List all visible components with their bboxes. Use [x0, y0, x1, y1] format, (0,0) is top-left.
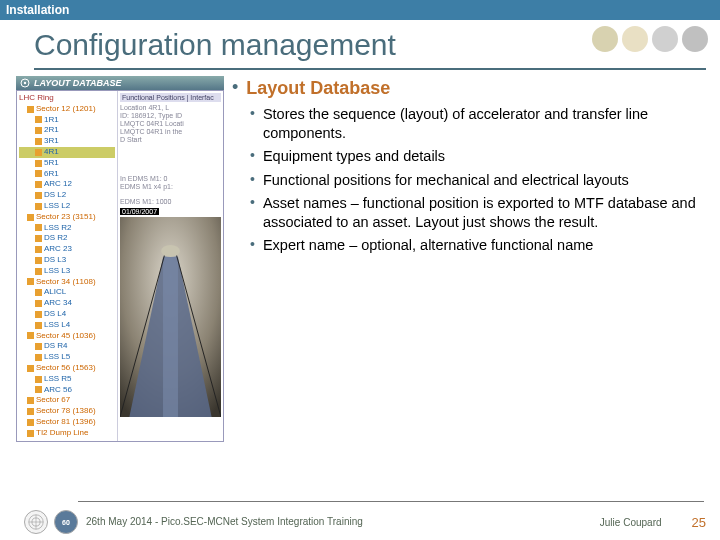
bullet-text: Functional positions for mechanical and …: [263, 171, 629, 190]
footer-logos: 60: [24, 510, 78, 534]
cube-icon: [35, 138, 42, 145]
detail-line: EDMS M1: 1000: [120, 198, 221, 205]
section-header-row: • Layout Database: [232, 78, 704, 99]
cube-icon: [35, 311, 42, 318]
bullet-icon: •: [250, 147, 255, 166]
cube-icon: [35, 116, 42, 123]
tree-item: LSS L3: [19, 266, 115, 277]
cube-icon: [27, 365, 34, 372]
tree-item: LSS L2: [19, 201, 115, 212]
ldb-title: LAYOUT DATABASE: [34, 78, 122, 88]
tree-label: LSS R5: [44, 374, 72, 385]
decorative-dots: [592, 26, 708, 52]
bullet-text: Expert name – optional, alternative func…: [263, 236, 593, 255]
tree-label: Sector 23 (3151): [36, 212, 96, 223]
detail-panel: Functional Positions | Interfac Location…: [117, 91, 223, 441]
cube-icon: [35, 224, 42, 231]
tree-item: ALICL: [19, 287, 115, 298]
bullet-text: Stores the sequence (layout) of accelera…: [263, 105, 704, 142]
tree-label: 4R1: [44, 147, 59, 158]
cube-icon: [35, 268, 42, 275]
ldb-top: LHC Ring Sector 12 (1201) 1R1 2R1 3R1 4R…: [17, 91, 223, 441]
cube-icon: [27, 278, 34, 285]
tree-label: 2R1: [44, 125, 59, 136]
detail-date: 01/09/2007: [120, 208, 159, 215]
tree-item: 6R1: [19, 169, 115, 180]
tree-item: 1R1: [19, 115, 115, 126]
tree-label: ARC 23: [44, 244, 72, 255]
tree-label: DS R4: [44, 341, 68, 352]
tree-label: Sector 12 (1201): [36, 104, 96, 115]
tree-item: DS R4: [19, 341, 115, 352]
bullet-item: •Asset names – functional position is ex…: [250, 194, 704, 231]
cube-icon: [35, 235, 42, 242]
bullet-icon: •: [232, 78, 238, 99]
bullet-icon: •: [250, 171, 255, 190]
tree-label: ARC 56: [44, 385, 72, 396]
tree-sector: Sector 12 (1201): [19, 104, 115, 115]
footer-author: Julie Coupard: [600, 517, 662, 528]
tree-label: Sector 67: [36, 395, 70, 406]
tree-root: LHC Ring: [19, 93, 115, 104]
tree-item: DS R2: [19, 233, 115, 244]
tree-sector: Sector 23 (3151): [19, 212, 115, 223]
detail-tabs: Functional Positions | Interfac: [120, 93, 221, 102]
topbar: Installation: [0, 0, 720, 20]
tree-label: 3R1: [44, 136, 59, 147]
tree-label: LSS L4: [44, 320, 70, 331]
cube-icon: [35, 289, 42, 296]
dot-icon: [682, 26, 708, 52]
cube-icon: [35, 160, 42, 167]
cube-icon: [35, 376, 42, 383]
tree-sector: TI2 Dump Line: [19, 428, 115, 439]
detail-line: LMQTC 04R1 Locati: [120, 120, 221, 127]
cube-icon: [35, 354, 42, 361]
tree-panel: LHC Ring Sector 12 (1201) 1R1 2R1 3R1 4R…: [17, 91, 117, 441]
tree-label: Sector 56 (1563): [36, 363, 96, 374]
footer-text: 26th May 2014 - Pico.SEC-MCNet System In…: [86, 516, 600, 528]
cube-icon: [35, 386, 42, 393]
detail-line: In EDMS M1: 0: [120, 175, 221, 182]
bullet-icon: •: [250, 105, 255, 142]
tree-item: DS L4: [19, 309, 115, 320]
tree-label: DS L3: [44, 255, 66, 266]
tree-label: ARC 12: [44, 179, 72, 190]
anniversary-logo-icon: 60: [54, 510, 78, 534]
tree-item: LSS L4: [19, 320, 115, 331]
cern-logo-icon: [24, 510, 48, 534]
tree-label: ALICL: [44, 287, 66, 298]
cube-icon: [27, 106, 34, 113]
cube-icon: [27, 419, 34, 426]
cube-icon: [35, 322, 42, 329]
tree-item: LSS R2: [19, 223, 115, 234]
page-number: 25: [692, 515, 706, 530]
cube-icon: [27, 214, 34, 221]
detail-line: ID: 186912, Type ID: [120, 112, 221, 119]
footer-divider: [78, 501, 704, 502]
tree-label: 6R1: [44, 169, 59, 180]
bullet-list: •Stores the sequence (layout) of acceler…: [232, 105, 704, 255]
tunnel-photo: [120, 217, 221, 417]
bullet-icon: •: [250, 236, 255, 255]
cube-icon: [35, 149, 42, 156]
cube-icon: [35, 181, 42, 188]
tree-item: ARC 12: [19, 179, 115, 190]
tree-label: LSS R2: [44, 223, 72, 234]
svg-point-1: [24, 82, 26, 84]
tree-label: DS R2: [44, 233, 68, 244]
tree-sector: Sector 67: [19, 395, 115, 406]
tree-label: TI2 Dump Line: [36, 428, 88, 439]
dot-icon: [592, 26, 618, 52]
dot-icon: [622, 26, 648, 52]
bullet-text: Equipment types and details: [263, 147, 445, 166]
tree-label: DS L4: [44, 309, 66, 320]
tree-label: Sector 81 (1396): [36, 417, 96, 428]
detail-line: LMQTC 04R1 in the: [120, 128, 221, 135]
tree-label: LSS L3: [44, 266, 70, 277]
footer: 60 26th May 2014 - Pico.SEC-MCNet System…: [0, 510, 720, 534]
bullet-item: •Equipment types and details: [250, 147, 704, 166]
cube-icon: [35, 203, 42, 210]
tree-sector: Sector 81 (1396): [19, 417, 115, 428]
cube-icon: [35, 192, 42, 199]
cube-icon: [35, 343, 42, 350]
